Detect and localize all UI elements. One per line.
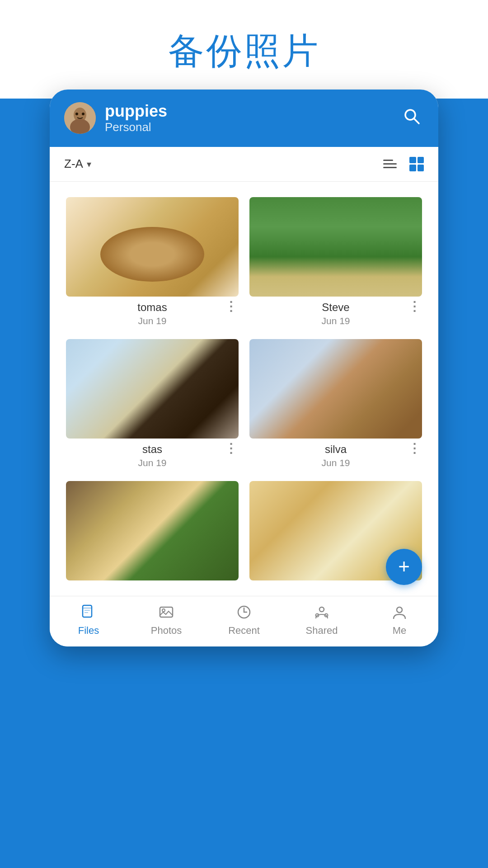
more-options-icon[interactable]: ⋮ <box>225 300 238 313</box>
file-thumbnail <box>249 339 422 439</box>
blue-background: puppies Personal Z-A ▾ <box>0 99 488 868</box>
shared-label: Shared <box>306 625 338 637</box>
file-date: Jun 19 <box>138 458 166 468</box>
file-date: Jun 19 <box>321 316 350 326</box>
me-icon <box>392 604 407 622</box>
app-header: puppies Personal <box>50 90 438 147</box>
nav-item-photos[interactable]: Photos <box>139 604 193 637</box>
recent-icon <box>236 604 252 622</box>
album-type: Personal <box>105 120 390 134</box>
svg-point-12 <box>162 609 165 612</box>
me-label: Me <box>393 625 407 637</box>
file-name: stas <box>142 443 162 456</box>
photos-label: Photos <box>151 625 182 637</box>
file-date: Jun 19 <box>321 458 350 468</box>
sort-button[interactable]: Z-A ▾ <box>64 157 91 171</box>
phone-card: puppies Personal Z-A ▾ <box>50 90 438 646</box>
file-name: tomas <box>137 301 167 314</box>
toolbar: Z-A ▾ <box>50 147 438 182</box>
more-options-icon[interactable]: ⋮ <box>408 300 421 313</box>
nav-item-shared[interactable]: Shared <box>295 604 349 637</box>
file-thumbnail <box>66 197 239 297</box>
file-name: Steve <box>322 301 349 314</box>
svg-point-3 <box>75 113 78 115</box>
chevron-down-icon: ▾ <box>87 159 91 170</box>
files-icon <box>81 604 96 622</box>
list-item[interactable]: stas Jun 19 ⋮ <box>61 333 244 475</box>
list-item[interactable]: tomas Jun 19 ⋮ <box>61 191 244 333</box>
sort-label: Z-A <box>64 157 83 171</box>
nav-item-me[interactable]: Me <box>372 604 427 637</box>
files-label: Files <box>78 625 99 637</box>
more-options-icon[interactable]: ⋮ <box>408 442 421 455</box>
nav-item-recent[interactable]: Recent <box>217 604 271 637</box>
page-title: 备份照片 <box>0 0 488 99</box>
plus-icon: + <box>398 557 410 576</box>
search-icon[interactable] <box>399 104 424 132</box>
list-item[interactable]: Steve Jun 19 ⋮ <box>244 191 427 333</box>
header-text: puppies Personal <box>105 102 390 134</box>
svg-point-17 <box>397 607 402 613</box>
file-thumbnail <box>249 197 422 297</box>
toolbar-right <box>383 157 424 171</box>
list-view-icon[interactable] <box>383 160 397 168</box>
grid-view-icon[interactable] <box>409 157 424 171</box>
nav-item-files[interactable]: Files <box>61 604 116 637</box>
list-item[interactable] <box>61 475 244 587</box>
add-button[interactable]: + <box>386 549 422 585</box>
file-thumbnail <box>66 339 239 439</box>
avatar <box>64 102 96 134</box>
svg-rect-7 <box>83 605 92 617</box>
file-date: Jun 19 <box>138 316 166 326</box>
svg-point-4 <box>82 113 84 115</box>
more-options-icon[interactable]: ⋮ <box>225 442 238 455</box>
recent-label: Recent <box>228 625 260 637</box>
photos-icon <box>159 604 174 622</box>
svg-line-6 <box>414 118 419 123</box>
shared-icon <box>314 604 329 622</box>
svg-point-14 <box>319 607 324 612</box>
bottom-navigation: Files Photos <box>50 596 438 646</box>
svg-rect-11 <box>160 607 173 617</box>
album-name: puppies <box>105 102 390 120</box>
file-thumbnail <box>66 481 239 580</box>
file-name: silva <box>325 443 347 456</box>
files-grid: tomas Jun 19 ⋮ Steve Jun 19 ⋮ stas Jun 1… <box>50 182 438 596</box>
list-item[interactable]: silva Jun 19 ⋮ <box>244 333 427 475</box>
